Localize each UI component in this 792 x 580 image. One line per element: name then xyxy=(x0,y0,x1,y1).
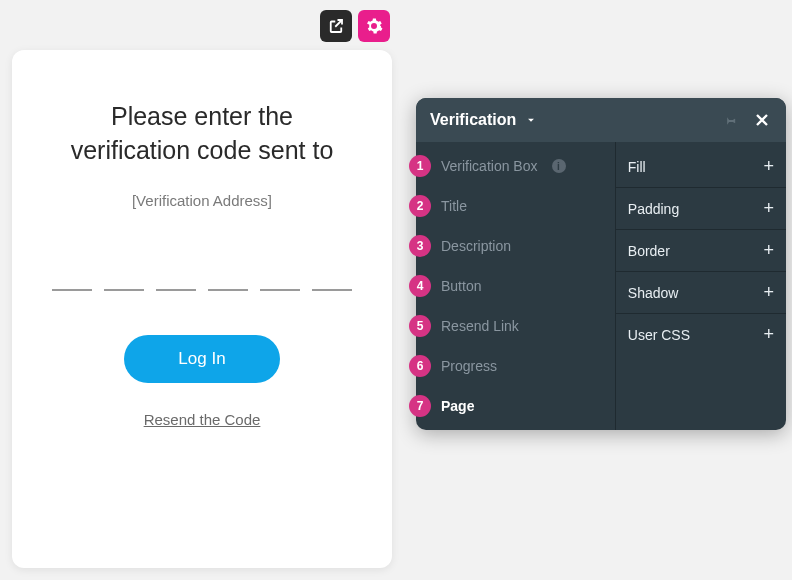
prop-label: Shadow xyxy=(628,285,679,301)
panel-body: 1 Verification Box i 2 Title 3 Descripti… xyxy=(416,142,786,430)
code-slot[interactable] xyxy=(312,289,352,291)
info-icon[interactable]: i xyxy=(552,159,566,173)
plus-icon: + xyxy=(763,240,774,261)
pin-icon[interactable] xyxy=(722,112,738,128)
gear-icon xyxy=(365,17,383,35)
layer-label: Page xyxy=(441,398,474,414)
panel-header: Verification xyxy=(416,98,786,142)
open-external-button[interactable] xyxy=(320,10,352,42)
panel-title: Verification xyxy=(430,111,516,129)
prop-label: User CSS xyxy=(628,327,690,343)
code-slot[interactable] xyxy=(260,289,300,291)
plus-icon: + xyxy=(763,198,774,219)
prop-border[interactable]: Border + xyxy=(616,230,786,272)
code-slot[interactable] xyxy=(208,289,248,291)
prop-shadow[interactable]: Shadow + xyxy=(616,272,786,314)
code-inputs[interactable] xyxy=(52,289,352,291)
settings-button[interactable] xyxy=(358,10,390,42)
layer-number-badge: 7 xyxy=(409,395,431,417)
layer-label: Resend Link xyxy=(441,318,519,334)
layer-item-resend-link[interactable]: 5 Resend Link xyxy=(416,306,615,346)
panel-title-group[interactable]: Verification xyxy=(430,111,538,129)
prop-label: Border xyxy=(628,243,670,259)
prop-label: Fill xyxy=(628,159,646,175)
chevron-down-icon xyxy=(524,113,538,127)
verify-title: Please enter the verification code sent … xyxy=(52,100,352,168)
prop-fill[interactable]: Fill + xyxy=(616,146,786,188)
properties-list: Fill + Padding + Border + Shadow + User … xyxy=(616,142,786,430)
login-button[interactable]: Log In xyxy=(124,335,279,383)
layer-item-page[interactable]: 7 Page xyxy=(416,386,615,426)
layer-number-badge: 5 xyxy=(409,315,431,337)
layers-list: 1 Verification Box i 2 Title 3 Descripti… xyxy=(416,142,616,430)
code-slot[interactable] xyxy=(52,289,92,291)
prop-user-css[interactable]: User CSS + xyxy=(616,314,786,355)
plus-icon: + xyxy=(763,324,774,345)
open-external-icon xyxy=(327,17,345,35)
layer-label: Verification Box xyxy=(441,158,538,174)
layer-label: Progress xyxy=(441,358,497,374)
verify-address: [Verification Address] xyxy=(52,192,352,209)
toolbar xyxy=(320,10,390,42)
plus-icon: + xyxy=(763,156,774,177)
layer-label: Description xyxy=(441,238,511,254)
plus-icon: + xyxy=(763,282,774,303)
code-slot[interactable] xyxy=(156,289,196,291)
close-icon[interactable] xyxy=(752,110,772,130)
layer-item-button[interactable]: 4 Button xyxy=(416,266,615,306)
layer-item-description[interactable]: 3 Description xyxy=(416,226,615,266)
code-slot[interactable] xyxy=(104,289,144,291)
layer-number-badge: 4 xyxy=(409,275,431,297)
prop-label: Padding xyxy=(628,201,679,217)
layer-item-title[interactable]: 2 Title xyxy=(416,186,615,226)
layer-label: Button xyxy=(441,278,481,294)
layer-label: Title xyxy=(441,198,467,214)
prop-padding[interactable]: Padding + xyxy=(616,188,786,230)
settings-panel: Verification 1 Verification Box i 2 Titl… xyxy=(416,98,786,430)
layer-item-progress[interactable]: 6 Progress xyxy=(416,346,615,386)
layer-item-verification-box[interactable]: 1 Verification Box i xyxy=(416,146,615,186)
layer-number-badge: 2 xyxy=(409,195,431,217)
layer-number-badge: 1 xyxy=(409,155,431,177)
layer-number-badge: 3 xyxy=(409,235,431,257)
layer-number-badge: 6 xyxy=(409,355,431,377)
resend-link[interactable]: Resend the Code xyxy=(144,411,261,428)
verification-card: Please enter the verification code sent … xyxy=(12,50,392,568)
